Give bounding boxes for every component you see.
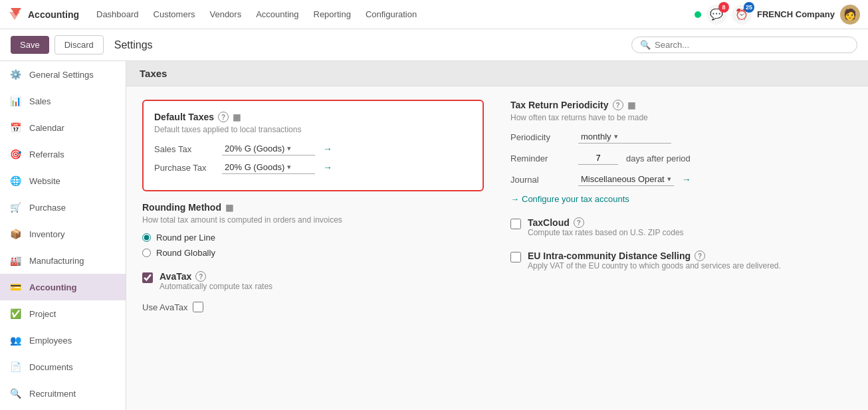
- menu-customers[interactable]: Customers: [147, 5, 202, 23]
- inventory-icon: 📦: [8, 227, 23, 241]
- periodicity-select[interactable]: monthly ▾: [578, 130, 671, 144]
- sidebar-item-calendar[interactable]: 📅 Calendar: [0, 114, 126, 141]
- configure-tax-accounts-link[interactable]: → Configure your tax accounts: [510, 194, 852, 204]
- user-avatar[interactable]: 🧑: [840, 5, 860, 25]
- settings-grid: Default Taxes ? ▦ Default taxes applied …: [142, 100, 852, 312]
- sidebar-label-project: Project: [29, 309, 56, 319]
- sidebar-item-inventory[interactable]: 📦 Inventory: [0, 221, 126, 247]
- taxcloud-desc: Compute tax rates based on U.S. ZIP code…: [528, 228, 684, 237]
- taxcloud-help-icon[interactable]: ?: [574, 217, 584, 228]
- clock-button[interactable]: ⏰ 25: [732, 5, 752, 25]
- section-title: Taxes: [140, 68, 167, 79]
- general-settings-icon: ⚙️: [8, 67, 23, 82]
- search-input[interactable]: [655, 40, 849, 50]
- journal-select[interactable]: Miscellaneous Operat ▾: [578, 173, 674, 186]
- use-avatax-checkbox[interactable]: [193, 302, 203, 312]
- status-indicator: [695, 11, 701, 18]
- top-menu: Dashboard Customers Vendors Accounting R…: [90, 5, 695, 23]
- top-navigation: Accounting Dashboard Customers Vendors A…: [0, 0, 868, 29]
- manufacturing-icon: 🏭: [8, 253, 23, 268]
- eu-intra-section: EU Intra-community Distance Selling ? Ap…: [510, 251, 852, 270]
- messages-badge: 8: [718, 2, 729, 13]
- default-taxes-desc: Default taxes applied to local transacti…: [154, 125, 472, 134]
- sidebar-item-website[interactable]: 🌐 Website: [0, 167, 126, 194]
- employees-icon: 👥: [8, 333, 23, 348]
- section-header: Taxes: [126, 61, 868, 86]
- website-icon: 🌐: [8, 173, 23, 188]
- sidebar-item-purchase[interactable]: 🛒 Purchase: [0, 194, 126, 221]
- periodicity-label: Periodicity: [510, 132, 570, 142]
- avatax-title: AvaTax ?: [160, 271, 272, 282]
- periodicity-row: Periodicity monthly ▾: [510, 130, 852, 144]
- reminder-input[interactable]: [578, 152, 618, 165]
- sidebar-item-referrals[interactable]: 🎯 Referrals: [0, 141, 126, 167]
- sales-icon: 📊: [8, 94, 23, 108]
- purchase-tax-label: Purchase Tax: [154, 163, 214, 173]
- calendar-icon: 📅: [8, 120, 23, 135]
- purchase-icon: 🛒: [8, 200, 23, 215]
- tax-return-desc: How often tax returns have to be made: [510, 113, 852, 122]
- eu-intra-help-icon[interactable]: ?: [695, 251, 705, 261]
- menu-vendors[interactable]: Vendors: [203, 5, 248, 23]
- search-icon: 🔍: [640, 40, 651, 50]
- sales-tax-ext-link-icon[interactable]: →: [323, 144, 332, 154]
- sidebar-label-employees: Employees: [29, 336, 72, 346]
- taxcloud-block: TaxCloud ? Compute tax rates based on U.…: [510, 217, 852, 237]
- menu-reporting[interactable]: Reporting: [307, 5, 358, 23]
- sidebar-item-sales[interactable]: 📊 Sales: [0, 88, 126, 114]
- tax-return-block: Tax Return Periodicity ? ▦ How often tax…: [510, 100, 852, 204]
- sales-tax-row: Sales Tax 20% G (Goods) ▾ →: [154, 142, 472, 155]
- round-per-line-option[interactable]: Round per Line: [142, 233, 484, 243]
- menu-accounting[interactable]: Accounting: [249, 5, 305, 23]
- top-nav-right: 💬 8 ⏰ 25 FRENCH Company 🧑: [695, 5, 860, 25]
- periodicity-dropdown-icon: ▾: [614, 132, 618, 141]
- sidebar-item-project[interactable]: ✅ Project: [0, 300, 126, 327]
- sidebar-item-accounting[interactable]: 💳 Accounting: [0, 274, 126, 300]
- sidebar-label-recruitment: Recruitment: [29, 389, 76, 399]
- journal-dropdown-icon: ▾: [667, 175, 671, 183]
- sidebar-item-manufacturing[interactable]: 🏭 Manufacturing: [0, 247, 126, 274]
- tax-return-help-icon[interactable]: ?: [613, 100, 623, 110]
- default-taxes-help-icon[interactable]: ?: [218, 112, 229, 122]
- round-per-line-radio[interactable]: [142, 233, 151, 242]
- avatax-help-icon[interactable]: ?: [195, 271, 206, 282]
- eu-intra-title: EU Intra-community Distance Selling ?: [528, 251, 781, 261]
- taxcloud-checkbox[interactable]: [510, 219, 521, 229]
- eu-intra-content: EU Intra-community Distance Selling ? Ap…: [528, 251, 781, 270]
- taxcloud-content: TaxCloud ? Compute tax rates based on U.…: [528, 217, 684, 237]
- sidebar-item-recruitment[interactable]: 🔍 Recruitment: [0, 380, 126, 407]
- journal-ext-link-icon[interactable]: →: [682, 174, 691, 185]
- avatax-checkbox[interactable]: [142, 272, 153, 283]
- reminder-after: days after period: [626, 154, 691, 163]
- discard-button[interactable]: Discard: [54, 35, 104, 54]
- round-globally-radio[interactable]: [142, 249, 151, 257]
- rounding-grid-icon[interactable]: ▦: [225, 203, 233, 213]
- sales-tax-select[interactable]: 20% G (Goods) ▾: [222, 142, 315, 155]
- rounding-method-block: Rounding Method ▦ How total tax amount i…: [142, 202, 484, 258]
- purchase-tax-select[interactable]: 20% G (Goods) ▾: [222, 161, 315, 174]
- save-button[interactable]: Save: [11, 36, 49, 54]
- sidebar-item-general-settings[interactable]: ⚙️ General Settings: [0, 61, 126, 88]
- eu-intra-desc: Apply VAT of the EU country to which goo…: [528, 261, 781, 270]
- search-bar[interactable]: 🔍: [631, 37, 857, 53]
- left-column: Default Taxes ? ▦ Default taxes applied …: [142, 100, 484, 312]
- round-globally-option[interactable]: Round Globally: [142, 248, 484, 258]
- sidebar-item-documents[interactable]: 📄 Documents: [0, 354, 126, 380]
- sidebar-label-website: Website: [29, 176, 60, 186]
- configure-arrow-icon: →: [510, 194, 519, 204]
- avatax-content: AvaTax ? Automatically compute tax rates: [160, 271, 272, 291]
- tax-return-grid-icon[interactable]: ▦: [627, 100, 635, 110]
- eu-intra-checkbox[interactable]: [510, 252, 521, 262]
- documents-icon: 📄: [8, 359, 23, 374]
- referrals-icon: 🎯: [8, 147, 23, 161]
- app-logo[interactable]: Accounting: [8, 7, 79, 23]
- sidebar-label-purchase: Purchase: [29, 203, 66, 213]
- sidebar: ⚙️ General Settings 📊 Sales 📅 Calendar 🎯…: [0, 61, 126, 410]
- purchase-tax-ext-link-icon[interactable]: →: [323, 162, 332, 173]
- default-taxes-grid-icon[interactable]: ▦: [233, 112, 241, 122]
- avatax-section: AvaTax ? Automatically compute tax rates…: [142, 271, 484, 312]
- menu-configuration[interactable]: Configuration: [359, 5, 423, 23]
- sidebar-item-employees[interactable]: 👥 Employees: [0, 327, 126, 354]
- menu-dashboard[interactable]: Dashboard: [90, 5, 146, 23]
- messages-button[interactable]: 💬 8: [706, 5, 726, 25]
